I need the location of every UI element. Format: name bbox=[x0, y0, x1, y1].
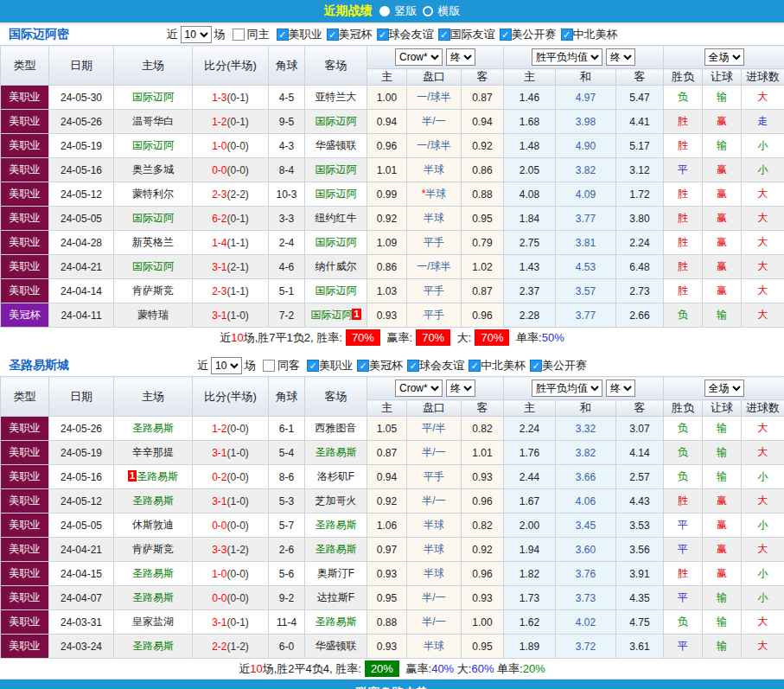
mean-home: 2.05 bbox=[504, 158, 556, 182]
league-checkbox[interactable]: ✓ bbox=[277, 29, 289, 41]
away-team: 纳什威尔 bbox=[305, 255, 367, 279]
layout-radio-horizontal-icon[interactable] bbox=[423, 6, 433, 16]
result-outcome: 胜 bbox=[664, 182, 703, 207]
scope-select[interactable]: 全场 bbox=[704, 48, 744, 66]
handicap-line: 平/半 bbox=[407, 417, 462, 441]
league-type: 美冠杯 bbox=[1, 303, 49, 328]
league-checkbox[interactable]: ✓ bbox=[407, 360, 419, 372]
league-checkbox[interactable]: ✓ bbox=[377, 29, 389, 41]
match-date: 24-04-28 bbox=[49, 231, 114, 255]
result-handicap: 输 bbox=[703, 134, 742, 158]
layout-radio-vertical-icon[interactable] bbox=[379, 6, 390, 16]
corner-count: 8-4 bbox=[269, 158, 305, 182]
games-label: 场 bbox=[214, 27, 226, 42]
mean-home: 4.08 bbox=[504, 182, 556, 207]
match-count-select[interactable]: 10 bbox=[181, 26, 212, 43]
mean-home: 1.94 bbox=[504, 538, 556, 562]
mean-draw: 3.32 bbox=[556, 417, 616, 441]
scope-select[interactable]: 全场 bbox=[704, 380, 744, 397]
mean-away: 3.12 bbox=[616, 158, 664, 182]
result-goals: 大 bbox=[742, 417, 784, 441]
result-goals: 大 bbox=[742, 303, 784, 328]
same-venue-checkbox[interactable] bbox=[233, 29, 245, 41]
team-name-text: 亚特兰大 bbox=[316, 91, 357, 103]
mean-away: 3.53 bbox=[616, 514, 664, 538]
mean-source-select[interactable]: 胜平负均值 bbox=[532, 48, 602, 66]
match-row: 美职业24-05-26圣路易斯1-2(0-0)6-1西雅图音1.05平/半0.8… bbox=[1, 417, 784, 441]
mean-draw: 3.60 bbox=[556, 538, 616, 562]
odds-time-select[interactable]: 终 bbox=[446, 380, 475, 397]
league-type: 美职业 bbox=[1, 255, 49, 279]
result-outcome: 平 bbox=[664, 158, 703, 182]
team-name-text: 圣路易斯 bbox=[137, 470, 178, 482]
summary-segment: 10 bbox=[250, 662, 262, 675]
handicap-line: 一/球半 bbox=[407, 134, 462, 158]
league-type: 美职业 bbox=[1, 465, 49, 489]
league-label: 美公开赛 bbox=[542, 359, 587, 372]
handicap-line: 半/一 bbox=[407, 489, 462, 514]
mean-draw: 3.77 bbox=[556, 303, 616, 328]
league-checkbox[interactable]: ✓ bbox=[438, 29, 450, 41]
league-type: 美职业 bbox=[1, 441, 49, 465]
corner-count: 5-3 bbox=[269, 489, 305, 514]
result-outcome: 负 bbox=[664, 417, 703, 441]
home-team: 肯萨斯竞 bbox=[114, 279, 193, 303]
result-handicap: 赢 bbox=[703, 279, 742, 303]
mean-home: 2.24 bbox=[504, 417, 556, 441]
match-row: 美职业24-03-24圣路易斯2-2(1-2)6-0华盛顿联0.93半球0.95… bbox=[1, 635, 784, 659]
league-checkbox[interactable]: ✓ bbox=[561, 29, 573, 41]
league-type: 美职业 bbox=[1, 586, 49, 610]
odds-away: 1.01 bbox=[462, 441, 504, 465]
team-name-text: 洛杉矶F bbox=[317, 470, 354, 482]
result-goals: 大 bbox=[742, 441, 784, 465]
match-date: 24-05-16 bbox=[49, 465, 114, 489]
summary-segment: 70% bbox=[416, 329, 450, 346]
corner-count: 9-2 bbox=[269, 586, 305, 610]
mean-home: 1.73 bbox=[504, 586, 556, 610]
mean-away: 3.61 bbox=[616, 635, 664, 659]
league-checkbox-group: ✓美职业✓美冠杯✓球会友谊✓国际友谊✓美公开赛✓中北美杯 bbox=[272, 27, 618, 42]
result-outcome: 胜 bbox=[664, 231, 703, 255]
league-checkbox[interactable]: ✓ bbox=[327, 29, 339, 41]
league-type: 美职业 bbox=[1, 182, 49, 207]
match-score: 2-2(1-2) bbox=[193, 635, 269, 659]
league-checkbox[interactable]: ✓ bbox=[307, 360, 319, 372]
handicap-line: 平手 bbox=[407, 279, 462, 303]
league-checkbox[interactable]: ✓ bbox=[530, 360, 542, 372]
match-score: 3-1(1-0) bbox=[193, 441, 269, 465]
odds-home: 1.00 bbox=[367, 86, 407, 110]
summary-segment: 场,胜2平4负4, 胜率: bbox=[263, 662, 361, 675]
odds-time-select[interactable]: 终 bbox=[446, 48, 475, 66]
match-date: 24-03-24 bbox=[49, 635, 114, 659]
league-checkbox[interactable]: ✓ bbox=[357, 360, 369, 372]
odds-home: 1.06 bbox=[367, 514, 407, 538]
league-checkbox[interactable]: ✓ bbox=[468, 360, 481, 372]
odds-source-select[interactable]: Crow* bbox=[395, 380, 443, 397]
league-label: 美冠杯 bbox=[369, 359, 403, 372]
odds-away: 1.02 bbox=[462, 255, 504, 279]
mean-away: 3.91 bbox=[616, 562, 664, 586]
handicap-line: 半球 bbox=[407, 562, 462, 586]
home-team: 圣路易斯 bbox=[114, 417, 193, 441]
col-odds-home: 主 bbox=[367, 69, 407, 86]
odds-source-select[interactable]: Crow* bbox=[395, 48, 443, 66]
match-count-select[interactable]: 10 bbox=[211, 357, 242, 374]
mean-away: 2.73 bbox=[616, 279, 664, 303]
col-result-handicap: 让球 bbox=[703, 400, 742, 417]
away-team: 洛杉矶F bbox=[305, 465, 367, 489]
result-handicap: 赢 bbox=[703, 514, 742, 538]
result-handicap: 赢 bbox=[703, 562, 742, 586]
match-row: 美职业24-05-19辛辛那提3-1(1-0)5-4圣路易斯0.87半/一1.0… bbox=[1, 441, 784, 465]
mean-time-select[interactable]: 终 bbox=[606, 380, 635, 397]
mean-source-select[interactable]: 胜平负均值 bbox=[532, 380, 602, 397]
odds-group-header: Crow*终 bbox=[367, 46, 504, 69]
match-score: 6-2(0-1) bbox=[193, 207, 269, 231]
result-goals: 大 bbox=[742, 279, 784, 303]
same-venue-checkbox[interactable] bbox=[263, 360, 275, 372]
mean-time-select[interactable]: 终 bbox=[606, 48, 635, 66]
result-handicap: 输 bbox=[703, 635, 742, 659]
league-label: 美职业 bbox=[319, 359, 353, 372]
mean-draw: 3.72 bbox=[556, 635, 616, 659]
league-checkbox[interactable]: ✓ bbox=[500, 29, 512, 41]
result-handicap: 输 bbox=[703, 465, 742, 489]
